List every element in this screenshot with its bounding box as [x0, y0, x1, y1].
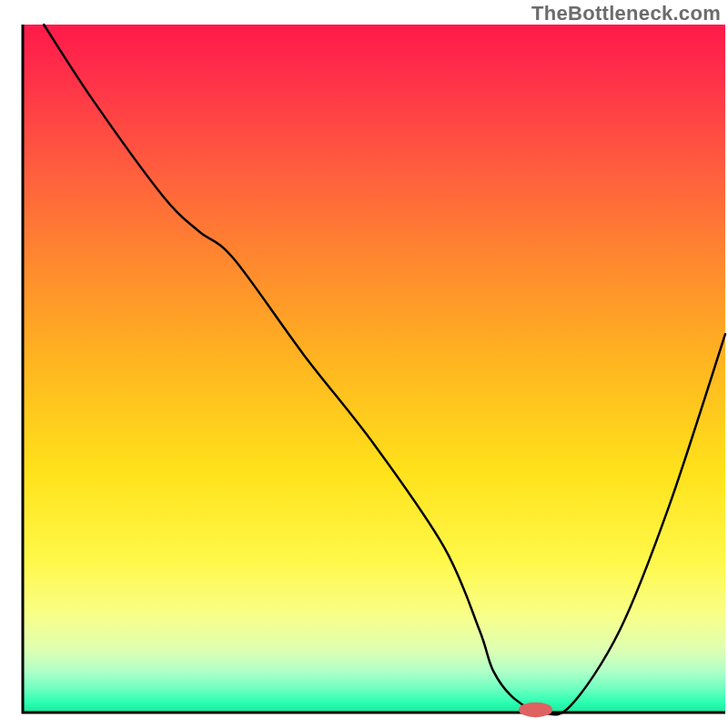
optimal-marker	[519, 703, 552, 718]
watermark-text: TheBottleneck.com	[531, 2, 721, 25]
bottleneck-chart	[0, 0, 728, 728]
chart-container: TheBottleneck.com	[0, 0, 728, 728]
plot-background	[23, 25, 725, 713]
